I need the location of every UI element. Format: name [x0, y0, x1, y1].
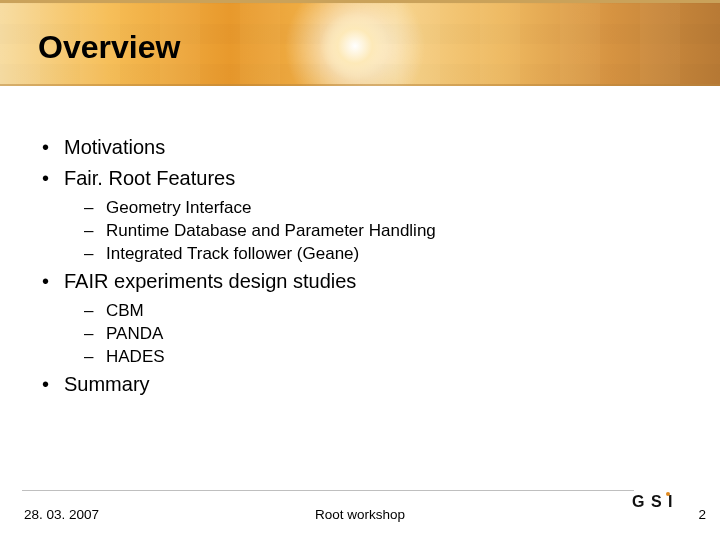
bullet-summary: •Summary [42, 373, 678, 396]
subbullet-text: PANDA [106, 324, 163, 343]
subgroup-fair-experiments: –CBM –PANDA –HADES [84, 301, 678, 367]
bullet-text: FAIR experiments design studies [64, 270, 356, 292]
bullet-dot-icon: • [42, 136, 64, 159]
bullet-dot-icon: • [42, 373, 64, 396]
footer-page-number: 2 [698, 507, 706, 522]
slide: Overview •Motivations •Fair. Root Featur… [0, 0, 720, 540]
subbullet-track-follower: –Integrated Track follower (Geane) [84, 244, 678, 264]
subbullet-text: Integrated Track follower (Geane) [106, 244, 359, 263]
slide-body: •Motivations •Fair. Root Features –Geome… [42, 132, 678, 404]
bullet-text: Motivations [64, 136, 165, 158]
subbullet-cbm: –CBM [84, 301, 678, 321]
subbullet-text: HADES [106, 347, 165, 366]
bullet-dot-icon: • [42, 270, 64, 293]
bullet-text: Summary [64, 373, 150, 395]
footer-rule [22, 490, 634, 491]
subbullet-text: Runtime Database and Parameter Handling [106, 221, 436, 240]
slide-title: Overview [38, 29, 180, 66]
subgroup-fairroot: –Geometry Interface –Runtime Database an… [84, 198, 678, 264]
subbullet-panda: –PANDA [84, 324, 678, 344]
subbullet-runtime-db: –Runtime Database and Parameter Handling [84, 221, 678, 241]
subbullet-geometry: –Geometry Interface [84, 198, 678, 218]
bullet-fairroot-features: •Fair. Root Features [42, 167, 678, 190]
bullet-text: Fair. Root Features [64, 167, 235, 189]
title-band: Overview [0, 0, 720, 86]
subbullet-text: Geometry Interface [106, 198, 252, 217]
bullet-dash-icon: – [84, 301, 106, 321]
bullet-dash-icon: – [84, 324, 106, 344]
footer: 28. 03. 2007 Root workshop 2 [0, 502, 720, 526]
svg-point-2 [666, 492, 670, 496]
bullet-motivations: •Motivations [42, 136, 678, 159]
bullet-dash-icon: – [84, 244, 106, 264]
bullet-dot-icon: • [42, 167, 64, 190]
bullet-fair-experiments: •FAIR experiments design studies [42, 270, 678, 293]
bullet-dash-icon: – [84, 347, 106, 367]
title-band-glow [320, 11, 390, 81]
bullet-dash-icon: – [84, 198, 106, 218]
footer-center: Root workshop [0, 507, 720, 522]
bullet-dash-icon: – [84, 221, 106, 241]
subbullet-text: CBM [106, 301, 144, 320]
subbullet-hades: –HADES [84, 347, 678, 367]
